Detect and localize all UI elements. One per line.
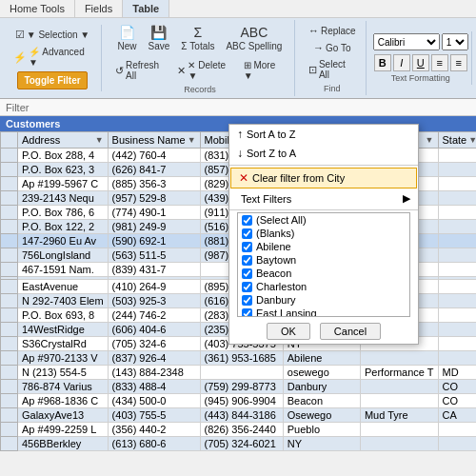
advanced-icon: ⚡ <box>13 51 27 64</box>
selection-icon: ☑ <box>15 29 25 41</box>
delete-label: ✕ Delete ▼ <box>188 60 233 81</box>
sort-a-z-item[interactable]: ↑ Sort A to Z <box>229 125 418 144</box>
refresh-icon: ↺ <box>115 65 124 77</box>
checkbox-input[interactable] <box>242 228 252 239</box>
advanced-button[interactable]: ⚡ ⚡ Advanced ▼ <box>10 45 95 69</box>
checkbox-item[interactable]: Danbury <box>238 293 409 307</box>
tab-fields[interactable]: Fields <box>75 0 123 17</box>
address-filter-icon[interactable]: ▼ <box>95 135 104 145</box>
totals-label: Σ Totals <box>181 41 214 51</box>
text-formatting-label: Text Formatting <box>391 73 450 83</box>
more-label: ⊞ More ▼ <box>244 60 285 81</box>
select-icon: ⊡ <box>308 64 317 76</box>
sort-az-icon: ↑ <box>237 128 243 141</box>
ribbon-group-font: Calibri 11 B I U ≡ ≡ Text Formatting <box>370 31 472 85</box>
spelling-button[interactable]: ABC ABC Spelling <box>221 22 287 54</box>
filter-bar: Filter <box>0 99 476 116</box>
goto-icon: → <box>313 42 324 53</box>
text-filters-arrow: ▶ <box>403 192 410 205</box>
city-filter-dropdown[interactable]: ↑ Sort A to Z ↓ Sort Z to A ✕ Clear filt… <box>228 124 419 345</box>
state-filter-icon[interactable]: ▼ <box>468 135 476 145</box>
tab-table[interactable]: Table <box>123 0 169 17</box>
replace-button[interactable]: ↔ Replace <box>305 23 360 38</box>
ribbon: Home Tools Fields Table ☑ ▼ Selection ▼ … <box>0 0 476 99</box>
save-button[interactable]: 💾 Save <box>144 22 175 54</box>
checkbox-label: Beacon <box>256 268 291 279</box>
tab-home-tools[interactable]: Home Tools <box>0 0 75 17</box>
advanced-label: ⚡ Advanced ▼ <box>29 47 91 68</box>
ribbon-tabs: Home Tools Fields Table <box>0 0 476 18</box>
new-icon: 📄 <box>119 25 135 40</box>
refresh-button[interactable]: ↺ Refresh All <box>111 58 171 83</box>
find-group-label: Find <box>324 84 341 93</box>
underline-button[interactable]: U <box>412 54 429 71</box>
checkbox-item[interactable]: Charleston <box>238 280 409 293</box>
checkbox-item[interactable]: (Blanks) <box>238 227 409 240</box>
checkbox-item[interactable]: Baytown <box>238 253 409 267</box>
clear-filter-label: Clear filter from City <box>252 172 345 184</box>
table-row: 786-874 Varius(833) 488-4(759) 299-8773D… <box>1 380 477 394</box>
type-filter-icon[interactable]: ▼ <box>426 135 434 145</box>
sort-az-label: Sort A to Z <box>247 129 295 140</box>
table-row: Ap #499-2259 L(356) 440-2(826) 356-2440P… <box>1 423 477 437</box>
sort-za-label: Sort Z to A <box>247 148 296 159</box>
ribbon-group-find: ↔ Replace → Go To ⊡ Select All Find <box>299 21 367 95</box>
checkbox-item[interactable]: Beacon <box>238 267 409 280</box>
checkbox-label: Danbury <box>256 294 296 306</box>
align-left-button[interactable]: ≡ <box>431 54 448 71</box>
checkbox-item[interactable]: Abilene <box>238 240 409 253</box>
checkbox-input[interactable] <box>242 255 252 266</box>
checkbox-input[interactable] <box>242 282 252 292</box>
delete-button[interactable]: ✕ ✕ Delete ▼ <box>173 58 237 83</box>
font-size-select[interactable]: 11 <box>442 33 468 50</box>
sort-z-a-item[interactable]: ↓ Sort Z to A <box>229 144 418 163</box>
records-group-label: Records <box>184 85 216 94</box>
col-state[interactable]: State▼ <box>438 132 476 149</box>
checkbox-input[interactable] <box>242 295 252 306</box>
checkbox-item[interactable]: (Select All) <box>238 213 409 227</box>
new-button[interactable]: 📄 New <box>113 22 142 54</box>
city-checkbox-list[interactable]: (Select All)(Blanks)AbileneBaytownBeacon… <box>237 212 410 317</box>
save-icon: 💾 <box>150 25 167 40</box>
spelling-label: ABC Spelling <box>226 41 282 51</box>
checkbox-label: Charleston <box>256 281 307 292</box>
divider-1 <box>229 165 418 166</box>
checkbox-input[interactable] <box>242 268 252 279</box>
clear-filter-item[interactable]: ✕ Clear filter from City <box>230 168 417 188</box>
font-name-select[interactable]: Calibri <box>373 33 440 50</box>
selection-label: ▼ Selection ▼ <box>27 30 90 40</box>
selection-button[interactable]: ☑ ▼ Selection ▼ <box>11 27 94 43</box>
col-address[interactable]: Address▼ <box>18 132 109 149</box>
delete-icon: ✕ <box>177 65 186 77</box>
checkbox-label: Abilene <box>256 241 291 252</box>
checkbox-label: (Select All) <box>256 214 307 226</box>
col-business[interactable]: Business Name▼ <box>108 132 200 149</box>
bold-button[interactable]: B <box>374 54 391 71</box>
cancel-button[interactable]: Cancel <box>320 323 381 340</box>
toggle-filter-button[interactable]: Toggle Filter <box>17 71 87 89</box>
business-filter-icon[interactable]: ▼ <box>188 135 196 145</box>
select-all-button[interactable]: ⊡ Select All <box>305 57 360 82</box>
italic-button[interactable]: I <box>393 54 410 71</box>
goto-label: Go To <box>326 43 351 53</box>
dropdown-buttons: OK Cancel <box>229 319 418 344</box>
ribbon-content: ☑ ▼ Selection ▼ ⚡ ⚡ Advanced ▼ Toggle Fi… <box>0 18 476 98</box>
goto-button[interactable]: → Go To <box>309 40 355 55</box>
spelling-icon: ABC <box>241 25 268 40</box>
sort-za-icon: ↓ <box>237 147 243 160</box>
ribbon-group-selection: ☑ ▼ Selection ▼ ⚡ ⚡ Advanced ▼ Toggle Fi… <box>4 25 102 91</box>
checkbox-input[interactable] <box>242 308 252 318</box>
text-filters-label: Text Filters <box>241 193 291 205</box>
checkbox-item[interactable]: East Lansing <box>238 307 409 317</box>
align-center-button[interactable]: ≡ <box>450 54 467 71</box>
ok-button[interactable]: OK <box>267 323 310 340</box>
more-button[interactable]: ⊞ More ▼ <box>240 58 288 83</box>
refresh-label: Refresh All <box>126 60 168 81</box>
totals-button[interactable]: Σ Σ Totals <box>176 22 219 54</box>
checkbox-label: Baytown <box>256 254 296 266</box>
clear-filter-icon: ✕ <box>239 171 248 185</box>
filter-label: Filter <box>6 102 29 113</box>
checkbox-input[interactable] <box>242 215 252 226</box>
checkbox-input[interactable] <box>242 242 252 252</box>
text-filters-item[interactable]: Text Filters ▶ <box>229 189 418 208</box>
